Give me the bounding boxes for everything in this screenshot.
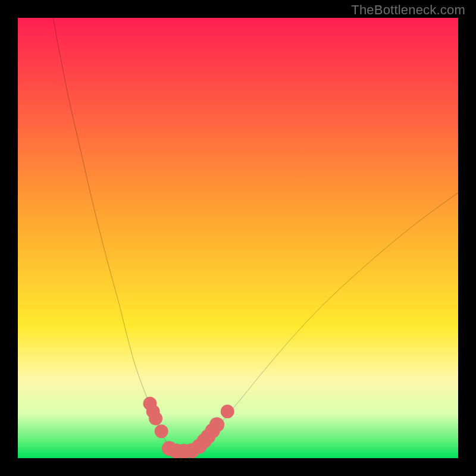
plot-area bbox=[18, 18, 458, 458]
watermark-label: TheBottleneck.com bbox=[351, 2, 465, 18]
data-marker bbox=[221, 405, 234, 418]
data-marker bbox=[149, 412, 162, 425]
curve-left-branch bbox=[53, 18, 172, 451]
marker-group bbox=[143, 397, 234, 458]
curve-group bbox=[53, 18, 458, 451]
curves-layer bbox=[18, 18, 458, 458]
chart-stage: TheBottleneck.com bbox=[0, 0, 476, 476]
data-marker bbox=[209, 417, 224, 432]
data-marker bbox=[155, 424, 168, 438]
